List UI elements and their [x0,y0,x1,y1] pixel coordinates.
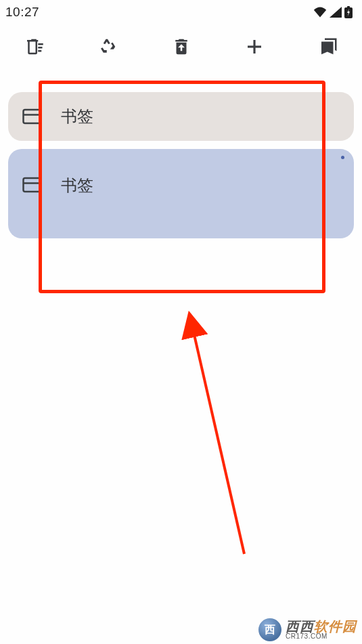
battery-charging-icon [344,6,353,18]
delete-sweep-icon [24,37,44,60]
watermark-url: CR173.COM [286,633,357,640]
svg-rect-2 [38,43,43,45]
restore-trash-icon [171,37,191,60]
list-container: 书签 书签 [0,72,362,238]
web-page-icon [22,175,42,195]
unread-dot-icon [341,156,344,159]
toolbar [0,24,362,72]
cell-signal-icon [330,7,342,18]
svg-rect-1 [347,6,350,8]
svg-rect-7 [24,110,41,123]
bookmarks-button[interactable] [315,35,342,62]
bookmarks-stack-icon [318,37,338,60]
status-bar: 10:27 [0,0,362,24]
svg-line-11 [194,332,244,554]
status-time: 10:27 [5,5,39,20]
watermark-title: 西西软件园 [286,620,357,633]
watermark-badge: 西 [258,618,281,641]
recycle-button[interactable] [94,35,121,62]
svg-rect-9 [24,178,41,192]
list-item[interactable]: 书签 [8,149,354,238]
list-item-label: 书签 [61,106,93,127]
restore-trash-button[interactable] [168,35,195,62]
plus-icon [244,37,265,60]
wifi-icon [313,7,327,18]
svg-rect-3 [38,47,42,49]
svg-rect-4 [38,50,41,52]
add-button[interactable] [241,35,268,62]
delete-sweep-button[interactable] [20,35,47,62]
watermark: 西 西西软件园 CR173.COM [258,618,357,641]
status-icons [313,6,353,18]
web-page-icon [22,106,42,127]
recycle-icon [97,37,118,60]
list-item-label: 书签 [61,175,93,196]
list-item[interactable]: 书签 [8,92,354,141]
